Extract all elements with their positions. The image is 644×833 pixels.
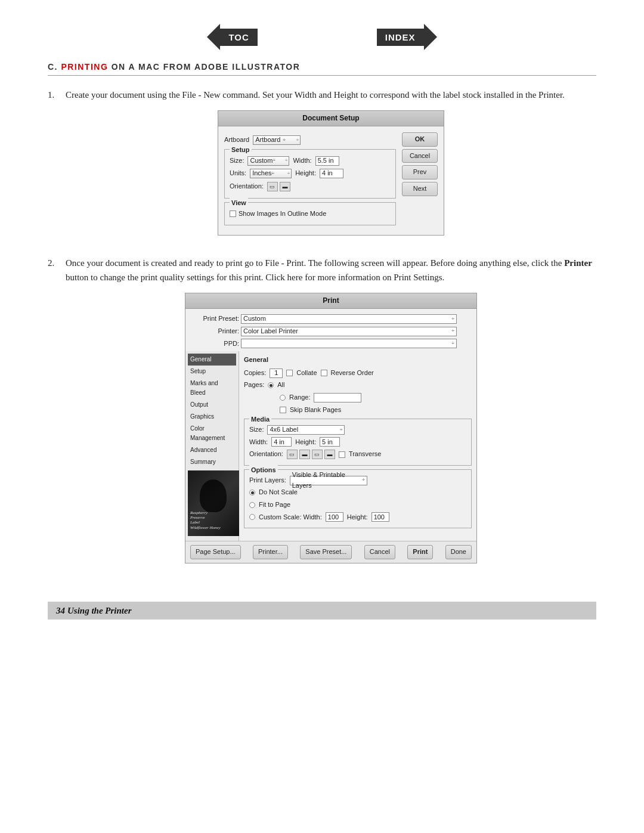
general-section-title: General xyxy=(244,355,472,366)
view-group-label: View xyxy=(230,198,248,209)
collate-checkbox[interactable] xyxy=(286,370,293,376)
size-value: Custom xyxy=(250,156,273,166)
orientation-portrait[interactable]: ▭ xyxy=(267,182,278,191)
sidebar-item-marks[interactable]: Marks and Bleed xyxy=(188,377,236,399)
artboard-select[interactable]: Artboard ÷ xyxy=(253,135,301,145)
media-group-label: Media xyxy=(249,414,271,425)
custom-scale-label: Custom Scale: Width: xyxy=(259,512,322,523)
media-size-select[interactable]: 4x6 Label ÷ xyxy=(267,425,345,435)
footer-page-number: 34 xyxy=(56,606,65,615)
height-input[interactable]: 4 in xyxy=(320,169,343,178)
orientation-landscape[interactable]: ▬ xyxy=(280,182,290,191)
index-arrow-right xyxy=(424,24,437,50)
ori-landscape[interactable]: ▬ xyxy=(299,450,310,459)
do-not-scale-radio[interactable] xyxy=(249,490,255,496)
save-preset-button[interactable]: Save Preset... xyxy=(300,545,352,559)
units-row: Units: Inches ÷ Height: 4 in xyxy=(230,168,391,179)
ppd-select[interactable]: ÷ xyxy=(241,339,457,348)
cancel-button[interactable]: Cancel xyxy=(402,149,438,163)
media-dims-row: Width: 4 in Height: 5 in xyxy=(249,437,466,448)
media-width-input[interactable]: 4 in xyxy=(271,437,292,447)
custom-scale-height-input[interactable]: 100 xyxy=(371,512,389,522)
ok-button[interactable]: OK xyxy=(402,132,438,147)
preview-silhouette xyxy=(200,479,227,512)
step-2-number: 2. xyxy=(48,256,60,572)
sidebar-item-advanced[interactable]: Advanced xyxy=(188,444,236,456)
fit-to-page-radio[interactable] xyxy=(249,502,255,508)
step-2-text-after: button to change the print quality setti… xyxy=(66,272,444,282)
reverse-label: Reverse Order xyxy=(331,368,374,379)
reverse-checkbox[interactable] xyxy=(321,370,327,376)
main-content: 1. Create your document using the File -… xyxy=(48,88,596,584)
printer-button[interactable]: Printer... xyxy=(253,545,288,559)
toc-label[interactable]: TOC xyxy=(220,29,257,46)
show-images-row: Show Images In Outline Mode xyxy=(230,209,391,219)
step-1-text: Create your document using the File - Ne… xyxy=(66,90,565,100)
pages-row: Pages: All xyxy=(244,380,472,391)
sidebar-item-summary[interactable]: Summary xyxy=(188,456,236,468)
preview-label-text: RaspberryPreserveLabelWildflower Honey xyxy=(190,510,221,531)
cancel-button-print[interactable]: Cancel xyxy=(364,545,395,559)
ori-landscape-flip[interactable]: ▬ xyxy=(324,450,335,459)
page-footer: 34 Using the Printer xyxy=(48,602,596,620)
footer-using-printer: Using the Printer xyxy=(67,606,132,615)
sidebar-item-graphics[interactable]: Graphics xyxy=(188,411,236,423)
media-orientation-icons: ▭ ▬ ▭ ▬ xyxy=(287,450,335,459)
page-setup-button[interactable]: Page Setup... xyxy=(190,545,241,559)
printer-value: Color Label Printer xyxy=(243,326,298,337)
transverse-checkbox[interactable] xyxy=(339,451,345,458)
pages-all-radio[interactable] xyxy=(268,382,274,388)
media-group: Media Size: 4x6 Label ÷ Width: xyxy=(244,419,472,466)
done-button[interactable]: Done xyxy=(445,545,472,559)
index-label[interactable]: INDEX xyxy=(377,29,424,46)
next-button[interactable]: Next xyxy=(402,182,438,196)
preset-select[interactable]: Custom ÷ xyxy=(241,314,457,324)
print-preview-image: RaspberryPreserveLabelWildflower Honey xyxy=(188,470,239,536)
media-width-label: Width: xyxy=(249,437,268,448)
prev-button[interactable]: Prev xyxy=(402,165,438,179)
width-value: 5.5 in xyxy=(318,156,334,166)
copies-label: Copies: xyxy=(244,368,266,379)
height-label: Height: xyxy=(295,168,316,179)
sidebar-item-output[interactable]: Output xyxy=(188,399,236,411)
ori-portrait[interactable]: ▭ xyxy=(287,450,298,459)
step-2-body: Once your document is created and ready … xyxy=(66,256,596,572)
print-layers-select[interactable]: Visible & Printable Layers ÷ xyxy=(290,476,367,485)
range-label: Range: xyxy=(289,392,310,403)
printer-select[interactable]: Color Label Printer ÷ xyxy=(241,327,457,336)
size-label: Size: xyxy=(230,156,244,166)
do-not-scale-label: Do Not Scale xyxy=(259,487,298,498)
print-dialog: Print Print Preset: Custom ÷ Printer: Co… xyxy=(185,293,477,563)
index-button[interactable]: INDEX xyxy=(377,24,437,50)
show-images-checkbox[interactable] xyxy=(230,210,236,217)
custom-scale-width-input[interactable]: 100 xyxy=(326,512,343,522)
pages-all-radio-fill xyxy=(270,384,273,387)
step-1-body: Create your document using the File - Ne… xyxy=(66,88,596,244)
size-row: Size: Custom ÷ Width: 5.5 in xyxy=(230,156,391,166)
range-input[interactable] xyxy=(314,393,361,402)
copies-input[interactable]: 1 xyxy=(270,368,283,378)
ori-portrait-flip[interactable]: ▭ xyxy=(312,450,323,459)
preset-label: Print Preset: xyxy=(191,314,239,324)
size-select[interactable]: Custom ÷ xyxy=(247,156,289,166)
sidebar-item-setup[interactable]: Setup xyxy=(188,366,236,377)
width-input[interactable]: 5.5 in xyxy=(315,156,339,166)
sidebar-item-general[interactable]: General xyxy=(188,354,236,366)
range-row: Range: xyxy=(244,392,472,403)
skip-blank-checkbox[interactable] xyxy=(280,407,286,413)
section-rest: ON A MAC FROM ADOBE ILLUSTRATOR xyxy=(112,62,301,72)
all-label: All xyxy=(277,380,284,391)
toc-button[interactable]: TOC xyxy=(207,24,257,50)
sidebar-item-color[interactable]: Color Management xyxy=(188,423,236,444)
fit-to-page-row: Fit to Page xyxy=(249,500,466,510)
units-select[interactable]: Inches ÷ xyxy=(250,169,292,178)
document-setup-dialog: Document Setup Artboard Artboard ÷ xyxy=(218,110,444,236)
media-height-input[interactable]: 5 in xyxy=(320,437,340,447)
custom-scale-height-value: 100 xyxy=(374,512,385,523)
print-button[interactable]: Print xyxy=(407,545,433,559)
media-size-value: 4x6 Label xyxy=(270,425,298,435)
media-height-label: Height: xyxy=(295,437,316,448)
dialog-right: OK Cancel Prev Next xyxy=(402,132,438,229)
custom-scale-radio[interactable] xyxy=(249,514,255,520)
pages-range-radio[interactable] xyxy=(280,395,286,401)
